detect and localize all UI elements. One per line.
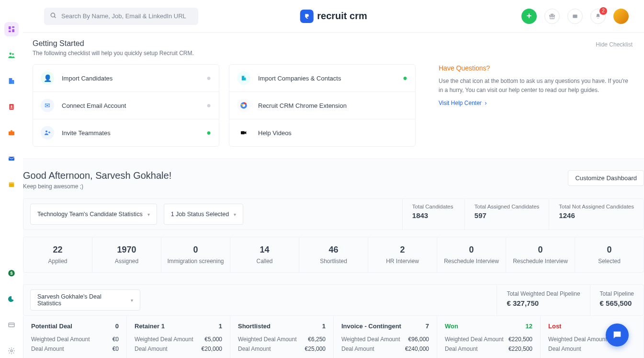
svg-rect-10 [9,131,14,135]
getting-started-panel: Getting Started The following checklist … [23,33,644,159]
visit-help-center-link[interactable]: Visit Help Center › [439,100,631,106]
deal-cell[interactable]: Potential Deal0Weighted Deal Amount€0Dea… [23,316,126,358]
nav-mail[interactable] [4,151,19,166]
checklist-connect-email[interactable]: ✉ Connect Email Account ● [33,92,219,119]
svg-rect-13 [9,182,14,184]
stage-cell[interactable]: 0Immigration screening [161,237,230,272]
team-stats-dropdown[interactable]: Technology Team's Candidate Statistics ▾ [30,204,157,225]
deal-cell[interactable]: Won12Weighted Deal Amount€220,500Deal Am… [437,316,540,358]
user-avatar[interactable] [613,9,629,24]
topbar: recruit crm + 2 [23,0,644,33]
gift-icon[interactable] [544,9,560,24]
stage-cell[interactable]: 46Shortlisted [299,237,368,272]
notifications-icon[interactable]: 2 [590,9,606,24]
stage-cell[interactable]: 2HR Interview [368,237,437,272]
nav-billing[interactable]: $ [4,266,19,280]
deal-stats-header: Sarvesh Gokhale's Deal Statistics ▾ Tota… [23,284,644,316]
svg-rect-2 [12,29,14,32]
stage-cell[interactable]: 14Called [230,237,299,272]
video-icon [237,126,250,139]
nav-cards[interactable] [4,318,19,332]
total-assigned: Total Assigned Candidates 597 [464,199,549,230]
job-status-dropdown[interactable]: 1 Job Status Selected ▾ [164,204,244,225]
checklist-col-2: Import Companies & Contacts ● Recruit CR… [229,64,416,147]
checklist-chrome-extension[interactable]: Recruit CRM Chrome Extension ● [229,92,415,119]
create-button[interactable]: + [521,9,537,24]
brand: recruit crm [300,10,367,23]
nav-dashboard[interactable] [4,22,19,36]
svg-rect-6 [9,78,12,84]
person-icon: 👤 [41,71,54,85]
stage-cell[interactable]: 22Applied [23,237,92,272]
help-title: Have Questions? [439,64,631,72]
total-pipeline: Total Pipeline € 565,500 [590,285,644,315]
candidate-stats-header: Technology Team's Candidate Statistics ▾… [23,198,644,230]
svg-point-5 [12,53,14,55]
mail-icon: ✉ [41,99,54,112]
stage-cell[interactable]: 0Reschedule Interview [437,237,506,272]
total-candidates: Total Candidates 1843 [402,199,464,230]
svg-line-20 [54,16,56,18]
checklist-invite-teammates[interactable]: Invite Teammates ● [33,119,219,146]
help-text: Use the chat icon at the bottom to ask u… [439,77,631,95]
deal-cell[interactable]: Invoice - Contingent7Weighted Deal Amoun… [333,316,437,358]
svg-rect-24 [573,14,577,18]
pipeline-stages: 22Applied1970Assigned0Immigration screen… [23,237,644,273]
nav-reports[interactable] [4,292,19,306]
checklist-help-videos[interactable]: Help Videos ● [229,119,415,146]
svg-rect-0 [9,26,11,29]
svg-rect-28 [242,76,244,80]
check-done-icon: ● [206,128,211,137]
check-icon: ● [206,74,211,82]
nav-contacts[interactable] [4,100,19,114]
total-not-assigned: Total Not Assigned Candidates 1246 [549,199,644,230]
getting-started-subtitle: The following checklist will help you qu… [33,50,634,57]
search-input[interactable] [61,12,192,20]
svg-point-25 [45,130,47,132]
stage-cell[interactable]: 1970Assigned [92,237,161,272]
greeting-title: Good Afternoon, Sarvesh Gokhale! [23,170,568,181]
check-done-icon: ● [403,74,407,82]
stage-cell[interactable]: 0Selected [575,237,644,272]
svg-rect-7 [12,80,14,84]
building-icon [237,71,250,85]
hide-checklist-link[interactable]: Hide Checklist [596,41,633,48]
nav-jobs[interactable] [4,126,19,140]
svg-point-19 [51,13,55,17]
total-weighted-pipeline: Total Weighted Deal Pipeline € 327,750 [497,285,589,315]
svg-rect-3 [9,31,11,32]
check-icon: ● [206,101,211,110]
getting-started-title: Getting Started [33,39,634,48]
deal-stats-dropdown[interactable]: Sarvesh Gokhale's Deal Statistics ▾ [30,289,140,311]
greeting-subtitle: Keep being awesome ;) [23,183,568,190]
notification-badge: 2 [599,7,607,15]
svg-text:$: $ [10,271,12,276]
customize-dashboard-button[interactable]: Customize Dashboard [568,170,644,186]
nav-settings[interactable] [4,344,19,358]
stage-cell[interactable]: 0Reschedule Interview [506,237,575,272]
checklist-col-1: 👤 Import Candidates ● ✉ Connect Email Ac… [33,64,219,147]
nav-calendar[interactable] [4,177,19,192]
inbox-icon[interactable] [567,9,583,24]
nav-candidates[interactable] [4,48,19,62]
deal-cell[interactable]: Retainer 11Weighted Deal Amount€5,000Dea… [126,316,230,358]
nav-companies[interactable] [4,74,19,88]
people-add-icon [41,126,54,139]
search-icon [50,12,56,20]
svg-rect-11 [9,157,14,161]
help-panel: Have Questions? Use the chat icon at the… [425,64,634,147]
chevron-down-icon: ▾ [147,212,150,217]
deal-stages: Potential Deal0Weighted Deal Amount€0Dea… [23,316,644,358]
svg-point-9 [11,105,12,107]
deal-cell[interactable]: Shortlisted1Weighted Deal Amount€6,250De… [230,316,333,358]
brand-logo-icon [300,10,313,23]
svg-point-4 [10,53,12,55]
svg-point-18 [11,350,12,352]
checklist-import-candidates[interactable]: 👤 Import Candidates ● [33,65,219,92]
search-box[interactable] [44,8,198,25]
sidebar: $ [0,0,23,358]
svg-rect-1 [12,26,14,28]
checklist-import-companies[interactable]: Import Companies & Contacts ● [229,65,415,92]
svg-rect-32 [241,131,245,135]
chat-button[interactable] [606,323,629,346]
